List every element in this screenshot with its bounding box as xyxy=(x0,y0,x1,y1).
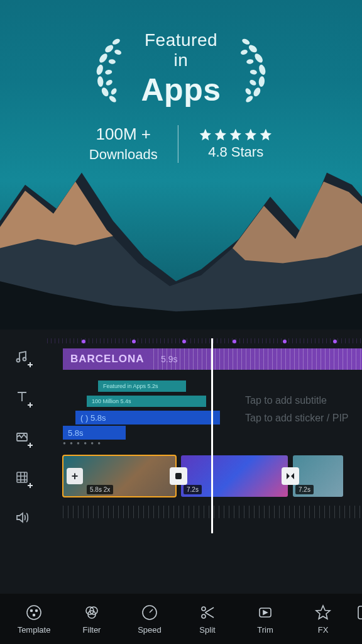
timeline-panel: BARCELONA 5.9s Featured in Apps 5.2s 100… xyxy=(0,330,362,594)
text-layer[interactable]: Featured in Apps 5.2s xyxy=(98,380,186,392)
mountain-scene xyxy=(0,148,362,330)
filter-button[interactable]: Filter xyxy=(63,604,121,635)
subtitle-placeholder[interactable]: Tap to add subtitle xyxy=(245,395,327,406)
sticker-placeholder[interactable]: Tap to add sticker / PIP xyxy=(245,413,349,424)
svg-point-30 xyxy=(31,609,33,611)
svg-rect-27 xyxy=(17,472,27,482)
effect-layer[interactable]: ( ) 5.8s xyxy=(75,411,220,425)
add-music-button[interactable] xyxy=(13,347,31,366)
template-button[interactable]: Template xyxy=(5,604,63,635)
svg-point-2 xyxy=(98,52,109,64)
svg-point-16 xyxy=(258,75,265,86)
downloads-label: Downloads xyxy=(89,147,158,163)
rating-stars xyxy=(199,128,273,142)
svg-point-18 xyxy=(244,94,254,103)
svg-point-6 xyxy=(108,94,118,103)
svg-point-32 xyxy=(33,614,35,616)
video-clip[interactable]: + 5.8s 2x xyxy=(63,455,176,497)
bottom-toolbar: Template Filter Speed Split Trim FX D xyxy=(0,594,362,644)
more-icon xyxy=(356,604,362,621)
more-button[interactable]: D xyxy=(352,604,362,635)
svg-point-3 xyxy=(96,64,104,75)
svg-point-10 xyxy=(105,79,113,86)
star-icon xyxy=(314,604,332,621)
add-text-button[interactable] xyxy=(13,387,31,406)
speed-icon xyxy=(141,604,158,621)
svg-point-37 xyxy=(202,607,206,611)
rating-label: 4.8 Stars xyxy=(199,144,273,160)
filter-icon xyxy=(83,604,101,621)
speed-button[interactable]: Speed xyxy=(121,604,178,635)
svg-point-12 xyxy=(241,37,251,45)
svg-point-20 xyxy=(246,58,254,64)
tracks-area[interactable]: BARCELONA 5.9s Featured in Apps 5.2s 100… xyxy=(44,330,362,594)
audio-track-label: BARCELONA xyxy=(63,353,145,365)
split-button[interactable]: Split xyxy=(178,604,236,635)
svg-point-21 xyxy=(250,69,257,75)
svg-point-17 xyxy=(252,86,261,97)
featured-label: Featured in xyxy=(138,30,224,70)
trim-icon xyxy=(256,604,274,621)
video-clip[interactable]: 7.2s xyxy=(293,455,343,497)
laurel-left-icon xyxy=(86,33,127,106)
downloads-value: 100M + xyxy=(89,125,158,144)
featured-badge: Featured in Apps xyxy=(86,30,277,108)
svg-point-23 xyxy=(244,87,252,95)
template-icon xyxy=(25,604,43,621)
clip-badge: 7.2s xyxy=(295,485,314,494)
svg-point-13 xyxy=(248,43,258,53)
text-layer[interactable]: 100 Million 5.4s xyxy=(87,396,206,407)
video-preview[interactable]: Featured in Apps 100M + Downloads xyxy=(0,0,362,330)
fx-button[interactable]: FX xyxy=(294,604,352,635)
playhead[interactable] xyxy=(211,338,213,533)
laurel-right-icon xyxy=(235,33,276,106)
side-toolbar xyxy=(0,330,44,594)
svg-point-1 xyxy=(104,43,114,53)
svg-point-25 xyxy=(23,358,26,361)
svg-point-5 xyxy=(101,86,110,97)
svg-point-11 xyxy=(110,87,118,95)
svg-point-14 xyxy=(253,52,265,64)
volume-button[interactable] xyxy=(13,508,31,527)
svg-point-38 xyxy=(202,614,206,618)
clip-badge: 7.2s xyxy=(184,485,202,494)
stats-row: 100M + Downloads 4.8 Stars xyxy=(89,125,273,163)
audio-track-duration: 5.9s xyxy=(161,354,177,364)
add-clip-button[interactable]: + xyxy=(67,468,83,484)
svg-point-0 xyxy=(111,37,121,45)
svg-point-4 xyxy=(97,75,104,86)
svg-point-24 xyxy=(17,359,20,362)
svg-point-22 xyxy=(249,79,257,86)
clip-badge: 5.8s 2x xyxy=(87,485,113,494)
svg-rect-40 xyxy=(358,606,362,619)
scissors-icon xyxy=(199,604,216,621)
svg-point-9 xyxy=(105,69,112,75)
svg-point-7 xyxy=(114,48,122,55)
add-overlay-button[interactable] xyxy=(13,468,31,487)
video-clip[interactable]: 7.2s xyxy=(181,455,288,497)
effect-layer[interactable]: 5.8s xyxy=(63,426,126,440)
transition-button[interactable] xyxy=(170,467,187,485)
divider xyxy=(178,125,179,163)
svg-point-8 xyxy=(108,58,116,64)
add-effects-button[interactable] xyxy=(13,428,31,447)
trim-button[interactable]: Trim xyxy=(236,604,294,635)
svg-point-19 xyxy=(240,48,248,55)
track-collapse-dots[interactable]: ● ● ● ● ● ● xyxy=(63,440,102,446)
svg-rect-28 xyxy=(175,473,182,479)
featured-title: Apps xyxy=(138,72,224,108)
svg-point-15 xyxy=(258,64,266,75)
svg-point-29 xyxy=(27,606,41,619)
svg-point-31 xyxy=(36,609,38,611)
transition-button[interactable] xyxy=(282,467,299,485)
